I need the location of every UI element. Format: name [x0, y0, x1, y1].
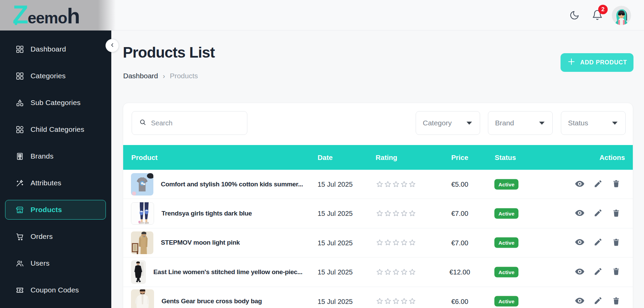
sidebar-item-sub-categories[interactable]: Sub Categories — [5, 93, 106, 112]
trash-icon — [612, 267, 621, 277]
sidebar-item-coupon-codes[interactable]: Coupon Codes — [5, 280, 106, 300]
brand-select[interactable]: Brand — [488, 111, 553, 135]
attributes-icon — [15, 179, 24, 187]
delete-button[interactable] — [611, 238, 621, 248]
product-price: €12.00 — [438, 258, 481, 287]
view-button[interactable] — [574, 296, 585, 306]
categories-icon — [15, 71, 24, 80]
status-badge: Active — [494, 179, 518, 189]
search-input[interactable] — [151, 119, 242, 127]
product-thumbnail[interactable] — [131, 289, 154, 308]
dark-mode-toggle[interactable] — [569, 10, 580, 20]
sidebar-item-label: Child Categories — [31, 125, 84, 134]
product-name[interactable]: Gents Gear bruce cross body bag — [162, 297, 262, 305]
actions-cell — [574, 199, 621, 228]
product-thumbnail[interactable] — [131, 202, 154, 225]
edit-button[interactable] — [593, 238, 603, 248]
sidebar-item-dashboard[interactable]: Dashboard — [5, 39, 106, 59]
actions-cell — [574, 258, 621, 286]
sidebar-item-orders[interactable]: Orders — [5, 227, 106, 246]
sidebar-item-child-categories[interactable]: Child Categories — [5, 120, 106, 139]
brand-logo-mid: eemo — [27, 9, 67, 27]
actions-cell — [574, 170, 621, 199]
product-cell: Gents Gear bruce cross body bag — [131, 287, 262, 308]
product-name[interactable]: East Line women's stitched lime yellow o… — [153, 268, 302, 276]
delete-button[interactable] — [611, 267, 621, 277]
view-button[interactable] — [574, 179, 585, 189]
status-select-label: Status — [568, 119, 588, 127]
brand-select-label: Brand — [495, 119, 514, 127]
delete-button[interactable] — [611, 179, 621, 189]
product-date: 15 Jul 2025 — [318, 199, 353, 228]
child-categories-icon — [15, 125, 24, 134]
table-row: Comfort and stylish 100% cotton kids sum… — [123, 170, 633, 199]
edit-button[interactable] — [593, 179, 603, 189]
product-price: €5.00 — [438, 170, 481, 199]
sub-categories-icon — [15, 98, 24, 107]
caret-down-icon — [612, 122, 618, 125]
orders-icon — [15, 232, 24, 241]
delete-button[interactable] — [611, 208, 621, 219]
rating-stars[interactable] — [376, 268, 416, 276]
product-name[interactable]: Comfort and stylish 100% cotton kids sum… — [161, 181, 303, 188]
status-cell: Active — [494, 208, 518, 219]
status-select[interactable]: Status — [561, 111, 626, 135]
edit-button[interactable] — [593, 296, 603, 306]
sidebar-item-categories[interactable]: Categories — [5, 66, 106, 86]
brand-logo-dot — [15, 22, 17, 25]
pencil-icon — [593, 238, 603, 248]
product-name[interactable]: STEPMOV moon light pink — [161, 239, 240, 246]
product-cell: Comfort and stylish 100% cotton kids sum… — [131, 170, 303, 199]
category-select-label: Category — [423, 119, 452, 127]
product-thumbnail[interactable] — [131, 173, 153, 196]
table-header: Product Date Rating Price Status Actions — [123, 145, 633, 170]
product-thumbnail[interactable] — [131, 231, 153, 254]
eye-icon — [574, 295, 585, 307]
edit-button[interactable] — [593, 208, 603, 219]
sidebar-item-label: Products — [31, 206, 62, 214]
product-date: 15 Jul 2025 — [318, 228, 353, 258]
brand-logo[interactable]: Zeemoh — [13, 0, 80, 30]
column-header-actions: Actions — [600, 145, 625, 170]
product-name[interactable]: Trendsya girls tights dark blue — [162, 210, 252, 217]
rating-stars[interactable] — [376, 180, 416, 188]
table-body: Comfort and stylish 100% cotton kids sum… — [123, 170, 633, 308]
view-button[interactable] — [574, 238, 585, 248]
view-button[interactable] — [574, 208, 585, 219]
trash-icon — [612, 179, 621, 189]
add-product-label: ADD PRODUCT — [580, 59, 627, 66]
coupon-codes-icon — [15, 286, 24, 294]
sidebar-item-label: Dashboard — [31, 45, 66, 53]
rating-stars[interactable] — [376, 239, 416, 247]
column-header-product: Product — [131, 145, 157, 170]
add-product-button[interactable]: ADD PRODUCT — [561, 53, 633, 72]
sidebar: Dashboard Categories Sub — [0, 30, 111, 308]
notification-count-badge[interactable]: 2 — [598, 5, 608, 14]
column-header-status: Status — [495, 145, 516, 170]
product-date: 15 Jul 2025 — [318, 287, 353, 308]
eye-icon — [574, 237, 585, 248]
delete-button[interactable] — [611, 296, 621, 306]
sidebar-collapse-button[interactable] — [106, 39, 119, 52]
user-avatar[interactable] — [612, 6, 631, 25]
sidebar-item-label: Attributes — [31, 179, 61, 187]
product-cell: STEPMOV moon light pink — [131, 228, 240, 257]
breadcrumb-dashboard-link[interactable]: Dashboard — [123, 72, 158, 80]
pencil-icon — [593, 267, 603, 277]
table-row: Gents Gear bruce cross body bag 15 Jul 2… — [123, 287, 633, 308]
dashboard-icon — [15, 45, 24, 54]
rating-stars[interactable] — [376, 209, 416, 218]
column-header-rating: Rating — [376, 145, 397, 170]
brand-logo-tail: h — [67, 4, 80, 28]
moon-icon — [569, 16, 580, 21]
category-select[interactable]: Category — [416, 111, 480, 135]
trash-icon — [612, 238, 621, 248]
view-button[interactable] — [574, 267, 585, 277]
product-thumbnail[interactable] — [131, 260, 146, 284]
sidebar-item-products[interactable]: Products — [5, 200, 106, 220]
rating-stars[interactable] — [376, 297, 416, 305]
sidebar-item-brands[interactable]: Brands — [5, 146, 106, 166]
sidebar-item-users[interactable]: Users — [5, 253, 106, 273]
sidebar-item-attributes[interactable]: Attributes — [5, 173, 106, 193]
edit-button[interactable] — [593, 267, 603, 277]
